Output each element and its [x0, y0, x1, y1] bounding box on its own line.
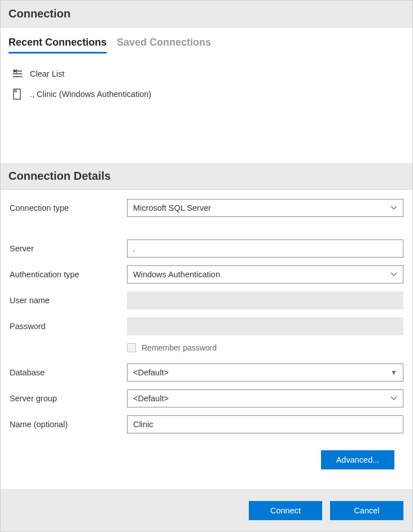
label-server-group: Server group — [10, 394, 127, 403]
clear-list-label: Clear List — [30, 69, 64, 78]
connection-tabs: Recent Connections Saved Connections — [8, 28, 405, 54]
tab-saved-connections[interactable]: Saved Connections — [117, 37, 211, 54]
input-username — [127, 291, 403, 309]
chevron-down-icon — [390, 272, 397, 277]
svg-rect-6 — [15, 90, 16, 92]
label-auth-type: Authentication type — [10, 270, 127, 279]
chevron-down-icon — [390, 396, 397, 401]
cancel-button[interactable]: Cancel — [330, 501, 403, 520]
details-body: Connection type Microsoft SQL Server Ser… — [1, 190, 412, 489]
input-name-optional[interactable] — [127, 415, 403, 433]
select-server-group-value: <Default> — [133, 394, 169, 403]
select-database-value: <Default> — [133, 368, 169, 377]
label-remember-password: Remember password — [142, 343, 217, 352]
connection-top: Recent Connections Saved Connections Cle… — [1, 28, 412, 163]
clear-list-icon — [12, 68, 23, 79]
chevron-down-icon — [390, 206, 397, 210]
select-auth-type-value: Windows Authentication — [133, 270, 220, 279]
connection-header: Connection — [1, 1, 412, 28]
recent-connection-label: ., Clinic (Windows Authentication) — [30, 90, 151, 99]
select-connection-type-value: Microsoft SQL Server — [133, 203, 211, 212]
label-connection-type: Connection type — [10, 203, 127, 212]
select-server-group[interactable]: <Default> — [127, 389, 403, 407]
advanced-button[interactable]: Advanced... — [321, 450, 394, 469]
input-server[interactable] — [127, 240, 403, 258]
recent-connection-item[interactable]: ., Clinic (Windows Authentication) — [8, 84, 405, 104]
label-password: Password — [10, 322, 127, 331]
label-name-optional: Name (optional) — [10, 420, 127, 429]
tab-recent-connections[interactable]: Recent Connections — [8, 37, 107, 54]
input-password — [127, 317, 403, 335]
label-server: Server — [10, 244, 127, 253]
label-username: User name — [10, 296, 127, 305]
clear-list-button[interactable]: Clear List — [8, 64, 405, 84]
select-connection-type[interactable]: Microsoft SQL Server — [127, 199, 403, 217]
caret-down-icon: ▼ — [390, 369, 397, 376]
checkbox-remember-password[interactable] — [127, 343, 136, 352]
server-icon — [12, 88, 23, 100]
details-header: Connection Details — [1, 163, 412, 190]
select-database[interactable]: <Default> ▼ — [127, 363, 403, 382]
select-auth-type[interactable]: Windows Authentication — [127, 265, 403, 283]
label-database: Database — [10, 368, 127, 377]
footer: Connect Cancel — [1, 489, 412, 531]
connect-button[interactable]: Connect — [249, 501, 322, 520]
